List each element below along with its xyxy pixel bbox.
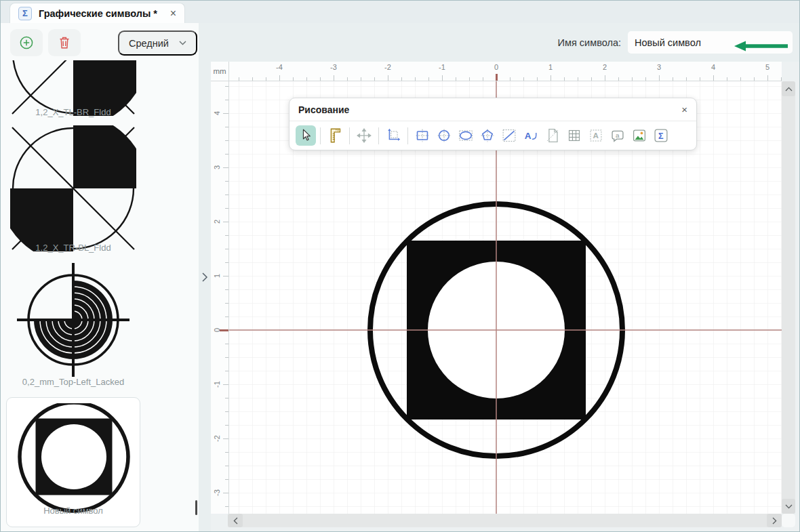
tool-polygon-button[interactable] [477, 125, 498, 146]
tool-transform-button[interactable] [383, 125, 403, 146]
scroll-down-button[interactable] [782, 499, 795, 514]
ruler-label: -3 [212, 486, 222, 499]
drawing-panel-close-icon[interactable]: × [681, 104, 687, 115]
ruler-tick [266, 77, 266, 81]
symbol-thumbnail[interactable] [10, 60, 136, 117]
ruler-tick [225, 452, 228, 453]
ruler-tick [645, 77, 646, 81]
ruler-tick [401, 77, 402, 81]
tool-rectangle-button[interactable] [412, 125, 433, 146]
svg-text:A: A [593, 131, 599, 140]
ruler-tick [483, 77, 483, 81]
symbol-thumbnail[interactable] [10, 125, 136, 251]
tool-line-button[interactable] [499, 125, 519, 146]
sidebar-scrollbar-thumb[interactable] [195, 500, 197, 515]
ruler-tick [223, 222, 228, 222]
ruler-tick [361, 77, 361, 81]
ruler-tick [740, 77, 741, 81]
ruler-tick [578, 77, 578, 81]
ruler-tick [347, 77, 348, 81]
app-window: Σ Графические символы * × [0, 0, 800, 532]
ruler-tick [591, 77, 592, 81]
drawing-panel[interactable]: Рисование × AAaΣ [289, 98, 697, 150]
ruler-tick [225, 344, 228, 344]
ruler-tick [523, 77, 524, 81]
delete-symbol-button[interactable] [48, 29, 81, 56]
ruler-tick [225, 466, 228, 466]
ruler-tick [673, 77, 673, 81]
ruler-label: -2 [212, 432, 222, 445]
ruler-label: 1 [212, 269, 222, 283]
ruler-tick [223, 276, 228, 277]
ruler-unit-box: mm [211, 62, 229, 81]
ruler-tick [388, 75, 388, 81]
tool-move-button [354, 125, 374, 146]
ruler-tick [252, 77, 253, 81]
ruler-label: -2 [384, 63, 391, 71]
ruler-tick [223, 493, 228, 493]
scroll-up-button[interactable] [782, 81, 795, 96]
symbol-thumbnail-selected[interactable] [6, 397, 140, 527]
toolbar-separator [378, 127, 379, 144]
svg-text:a: a [616, 131, 620, 139]
chevron-right-icon[interactable] [201, 272, 208, 285]
ruler-label: 2 [212, 215, 222, 228]
toolbar-separator [349, 127, 350, 144]
ruler-origin-marker [496, 74, 498, 81]
symbol-library-sidebar: Средний 1,2_X_TL-BR_Fldd 1,2_X_TR-BL_Fld… [1, 23, 199, 532]
ruler-tick [632, 77, 633, 81]
editor-area: Имя символа: Новый символ mm -4-3-2-1012… [211, 23, 800, 532]
tool-comment-button[interactable]: a [607, 125, 628, 146]
ruler-tick [781, 77, 782, 81]
tool-text-button: A [586, 125, 606, 146]
tool-ellipse-button[interactable] [456, 125, 476, 146]
ruler-tick [564, 77, 565, 81]
ruler-tick [767, 75, 768, 81]
ruler-label: 0 [494, 63, 498, 71]
tool-image-button[interactable] [629, 125, 649, 146]
tab-graphic-symbols[interactable]: Σ Графические символы * × [9, 3, 185, 23]
tool-sigma-button[interactable]: Σ [651, 125, 671, 146]
ruler-tick [618, 77, 619, 81]
ruler-label: 4 [711, 63, 715, 71]
scroll-left-button[interactable] [228, 514, 243, 527]
sidebar-splitter[interactable] [199, 23, 211, 532]
tool-circle-button[interactable] [434, 125, 454, 146]
tool-text-path-button[interactable]: A [521, 125, 541, 146]
ruler-tick [225, 195, 228, 195]
size-dropdown[interactable]: Средний [118, 30, 197, 56]
drawing-panel-title: Рисование [298, 104, 349, 115]
ruler-label: -3 [330, 63, 337, 71]
ruler-tick [605, 75, 605, 81]
vertical-scrollbar[interactable] [782, 81, 795, 514]
ruler-tick [223, 384, 228, 385]
ruler-tick [293, 77, 294, 81]
vertical-ruler: 43210-1-2-3 [211, 81, 229, 514]
ruler-label: 2 [603, 63, 607, 71]
ruler-label: -1 [212, 377, 222, 391]
editor-topbar: Имя символа: Новый символ [211, 23, 800, 62]
tool-ruler-button[interactable] [325, 125, 345, 146]
tool-select-button[interactable] [296, 125, 316, 146]
ruler-tick [469, 77, 470, 81]
symbol-thumbnail[interactable] [10, 262, 136, 378]
symbol-name-value: Новый символ [635, 37, 701, 48]
tab-close-icon[interactable]: × [170, 8, 176, 19]
horizontal-scrollbar[interactable] [228, 514, 782, 527]
ruler-tick [727, 77, 727, 81]
ruler-label: -4 [276, 63, 283, 71]
ruler-tick [510, 77, 511, 81]
ruler-label: 5 [765, 63, 769, 71]
ruler-tick [225, 506, 228, 507]
ruler-tick [239, 77, 239, 81]
add-symbol-button[interactable] [10, 29, 43, 56]
drawing-tools-row: AAaΣ [289, 121, 696, 150]
scrollbar-corner [782, 514, 795, 527]
ruler-tick [225, 479, 228, 480]
scroll-right-button[interactable] [767, 514, 782, 527]
tool-table-button[interactable] [564, 125, 584, 146]
size-dropdown-value: Средний [129, 38, 169, 49]
drawing-panel-header[interactable]: Рисование × [289, 98, 696, 121]
horizontal-ruler: -4-3-2-1012345 [229, 62, 782, 81]
ruler-tick [713, 75, 714, 81]
